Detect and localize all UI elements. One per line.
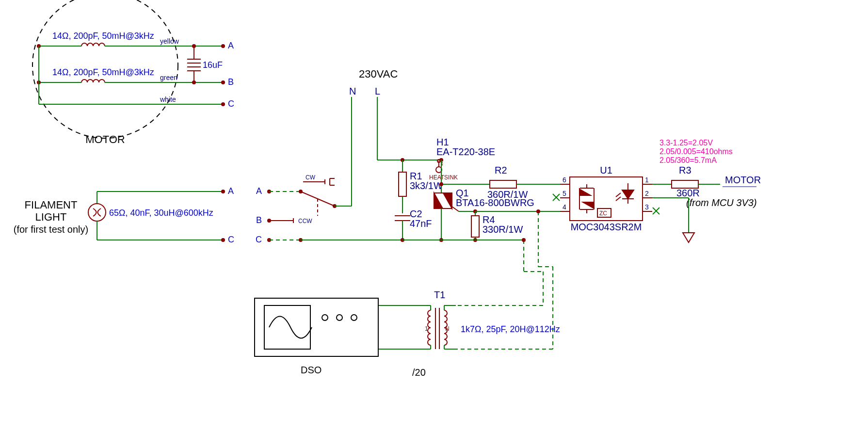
nc-x-icon	[653, 208, 659, 214]
svg-text:230VAC: 230VAC	[359, 68, 398, 80]
schematic-canvas: MOTOR 14Ω, 200pF, 50mH@3kHz yellow A 16u…	[0, 0, 868, 432]
svg-text:CCW: CCW	[298, 218, 312, 224]
svg-text:HEATSINK: HEATSINK	[429, 174, 458, 181]
svg-rect-104	[471, 216, 479, 237]
nc-x-icon	[553, 194, 560, 201]
svg-text:R4: R4	[482, 214, 495, 225]
svg-text:MOC3043SR2M: MOC3043SR2M	[571, 222, 642, 232]
svg-text:330R/1W: 330R/1W	[482, 224, 523, 235]
wire-white-label: white	[160, 96, 176, 103]
svg-text:C: C	[256, 235, 262, 244]
svg-text:3: 3	[645, 203, 649, 211]
svg-text:3.3-1.25=2.05V: 3.3-1.25=2.05V	[659, 139, 713, 147]
svg-point-166	[536, 209, 540, 213]
svg-text:FILAMENT: FILAMENT	[25, 199, 78, 211]
svg-text:R1: R1	[410, 171, 422, 181]
svg-point-31	[221, 238, 225, 242]
svg-marker-88	[443, 193, 452, 208]
svg-text:2.05/0.005=410ohms: 2.05/0.005=410ohms	[659, 147, 733, 156]
svg-marker-125	[622, 190, 634, 199]
svg-text:5: 5	[563, 190, 566, 197]
svg-point-17	[192, 80, 196, 84]
svg-point-188	[337, 315, 342, 320]
svg-text:2: 2	[645, 190, 649, 197]
svg-point-4	[221, 44, 225, 48]
svg-rect-186	[264, 305, 310, 349]
transformer-t1: T1 1 N 1k7Ω, 25pF, 20H@112Hz /20	[378, 289, 560, 378]
svg-rect-66	[399, 172, 406, 196]
optocoupler-u1: U1 MOC3043SR2M ZC 6 5	[553, 165, 659, 232]
winding2-label: 14Ω, 200pF, 50mH@3kHz	[52, 67, 154, 77]
svg-text:R3: R3	[679, 165, 691, 176]
calc-notes: 3.3-1.25=2.05V 2.05/0.005=410ohms 2.05/3…	[659, 139, 733, 164]
svg-text:/20: /20	[412, 367, 426, 378]
resistor-r4: R4 330R/1W	[471, 211, 560, 242]
svg-point-161	[522, 238, 526, 242]
svg-rect-99	[490, 180, 516, 188]
inductor-icon	[81, 80, 105, 82]
svg-text:1: 1	[425, 325, 428, 332]
svg-line-128	[616, 193, 621, 197]
dso-scope: DSO	[255, 298, 378, 375]
svg-text:3k3/1W: 3k3/1W	[410, 180, 443, 191]
svg-marker-87	[434, 193, 443, 208]
svg-text:Q1: Q1	[456, 188, 469, 198]
svg-marker-116	[583, 202, 594, 208]
svg-text:CW: CW	[305, 174, 316, 181]
svg-point-189	[351, 315, 357, 320]
svg-text:1k7Ω, 25pF, 20H@112Hz: 1k7Ω, 25pF, 20H@112Hz	[461, 324, 560, 334]
svg-text:T1: T1	[434, 289, 445, 300]
wire-green-label: green	[160, 74, 177, 81]
filament-c: C	[228, 235, 234, 244]
filament-a: A	[228, 186, 234, 196]
heatsink-h1: H1 EA-T220-38E HEATSINK	[429, 137, 495, 181]
svg-text:N: N	[445, 325, 450, 332]
svg-point-26	[88, 204, 106, 221]
svg-text:A: A	[256, 186, 262, 196]
svg-text:2.05/360=5.7mA: 2.05/360=5.7mA	[659, 156, 717, 164]
svg-text:LIGHT: LIGHT	[35, 211, 67, 223]
svg-point-21	[221, 102, 225, 106]
svg-text:EA-T220-38E: EA-T220-38E	[436, 146, 495, 157]
svg-text:R2: R2	[495, 165, 507, 176]
motor-block: MOTOR 14Ω, 200pF, 50mH@3kHz yellow A 16u…	[32, 0, 234, 145]
svg-text:47nF: 47nF	[410, 218, 432, 229]
svg-point-187	[322, 315, 328, 320]
svg-point-16	[221, 80, 225, 84]
svg-point-29	[221, 190, 225, 193]
svg-rect-147	[672, 180, 698, 188]
svg-text:1: 1	[645, 176, 649, 184]
svg-text:B: B	[256, 215, 262, 225]
svg-text:6: 6	[563, 176, 566, 184]
net-c-label: C	[228, 99, 234, 109]
svg-point-98	[439, 182, 443, 186]
svg-text:H1: H1	[436, 137, 449, 147]
direction-switch: A C B CCW CW	[256, 150, 402, 244]
svg-text:ZC: ZC	[599, 210, 607, 217]
svg-text:U1: U1	[600, 165, 612, 176]
svg-text:N: N	[349, 86, 356, 96]
inductor-icon	[81, 43, 105, 46]
svg-text:4: 4	[563, 203, 566, 211]
svg-text:(from MCU 3V3): (from MCU 3V3)	[686, 197, 757, 208]
svg-text:MOTOR: MOTOR	[725, 175, 761, 185]
net-a-label: A	[228, 41, 234, 50]
svg-line-129	[616, 197, 621, 201]
triac-icon	[434, 193, 459, 211]
resistor-r3: R3 360R MOTOR (from MCU 3V3)	[652, 165, 761, 208]
net-b-label: B	[228, 77, 234, 87]
svg-text:360R: 360R	[676, 188, 700, 198]
svg-marker-115	[579, 189, 591, 195]
led-icon	[616, 183, 634, 204]
wire-yellow-label: yellow	[160, 37, 179, 45]
svg-text:C2: C2	[410, 208, 422, 219]
svg-text:DSO: DSO	[301, 365, 321, 375]
filament-params: 65Ω, 40nF, 30uH@600kHz	[109, 208, 213, 218]
motor-label: MOTOR	[85, 133, 125, 145]
svg-marker-156	[683, 233, 694, 242]
svg-text:L: L	[375, 86, 380, 96]
motor-cap-label: 16uF	[203, 60, 223, 70]
svg-text:(for first test only): (for first test only)	[14, 224, 88, 235]
mains-input: 230VAC N L	[349, 68, 441, 160]
svg-text:360R/1W: 360R/1W	[487, 189, 528, 200]
